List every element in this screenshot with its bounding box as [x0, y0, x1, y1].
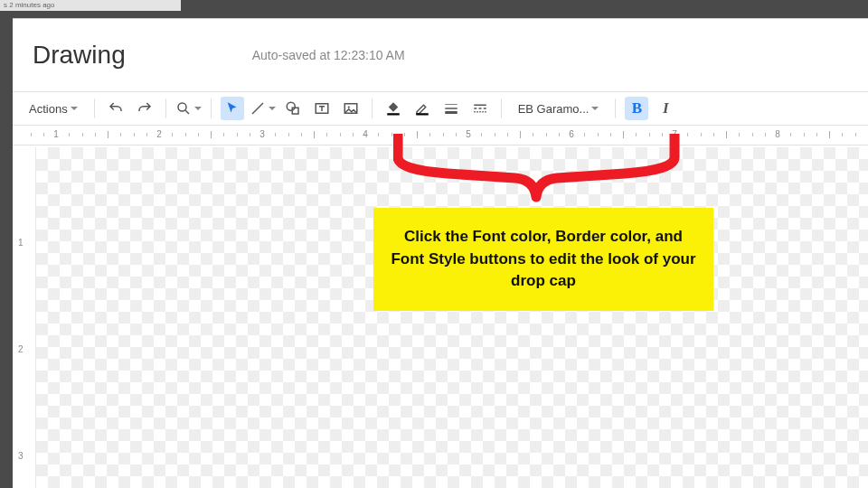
autosave-status: Auto-saved at 12:23:10 AM	[252, 48, 405, 62]
ruler-tick: 3	[18, 451, 24, 461]
undo-icon	[108, 100, 124, 117]
zoom-icon	[175, 100, 192, 117]
shape-tool[interactable]	[281, 97, 305, 120]
ruler-tick: 4	[361, 129, 370, 139]
actions-menu[interactable]: Actions	[22, 97, 85, 120]
font-family-select[interactable]: EB Garamo...	[511, 97, 607, 120]
svg-rect-6	[387, 113, 400, 115]
zoom-button[interactable]	[175, 97, 202, 120]
dash-icon	[472, 100, 488, 117]
image-icon	[343, 100, 359, 117]
border-color-button[interactable]	[410, 97, 434, 120]
weight-icon	[443, 100, 459, 117]
image-tool[interactable]	[339, 97, 363, 120]
dialog-header: Drawing Auto-saved at 12:23:10 AM	[13, 19, 868, 91]
line-tool[interactable]	[250, 97, 276, 120]
horizontal-ruler: 12345678	[13, 126, 868, 145]
ruler-tick: 5	[464, 129, 473, 139]
textbox-tool[interactable]	[310, 97, 334, 120]
undo-button[interactable]	[104, 97, 127, 120]
pencil-icon	[414, 100, 430, 117]
separator	[165, 99, 166, 118]
ruler-tick: 1	[18, 238, 24, 248]
separator	[94, 99, 95, 118]
vertical-ruler: 123	[13, 147, 36, 488]
shape-icon	[285, 100, 301, 117]
svg-rect-2	[292, 108, 298, 114]
textbox-icon	[314, 100, 330, 117]
drawing-canvas[interactable]	[36, 147, 868, 488]
ruler-tick: 2	[155, 129, 164, 139]
svg-point-5	[347, 106, 349, 108]
ruler-tick: 3	[258, 129, 267, 139]
drawing-toolbar: Actions	[13, 91, 868, 126]
fill-color-button[interactable]	[382, 97, 405, 120]
cursor-icon	[224, 100, 241, 117]
border-dash-button[interactable]	[468, 97, 492, 120]
bold-button[interactable]: B	[625, 97, 648, 120]
italic-button[interactable]: I	[654, 97, 677, 120]
svg-point-1	[287, 102, 295, 110]
fill-icon	[385, 100, 401, 117]
svg-point-0	[178, 103, 186, 111]
redo-button[interactable]	[133, 97, 156, 120]
line-icon	[250, 100, 266, 117]
separator	[372, 99, 373, 118]
svg-rect-7	[416, 113, 429, 115]
separator	[211, 99, 212, 118]
ruler-tick: 6	[567, 129, 576, 139]
annotation-callout: Click the Font color, Border color, and …	[373, 208, 713, 311]
ruler-tick: 8	[773, 129, 782, 139]
ruler-tick: 2	[18, 344, 24, 354]
redo-icon	[137, 100, 153, 117]
dialog-title: Drawing	[33, 41, 126, 70]
ruler-tick: 7	[670, 129, 679, 139]
border-weight-button[interactable]	[439, 97, 463, 120]
browser-tab-fragment: s 2 minutes ago	[0, 0, 181, 11]
select-tool[interactable]	[221, 97, 244, 120]
separator	[615, 99, 616, 118]
separator	[501, 99, 502, 118]
ruler-tick: 1	[52, 129, 61, 139]
